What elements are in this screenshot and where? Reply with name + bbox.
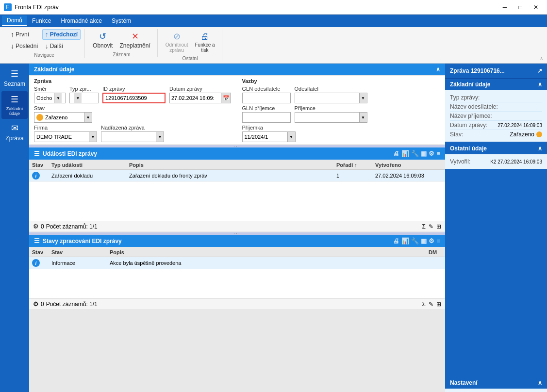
nadrazena-dropdown-btn[interactable]: ▼ <box>156 132 164 142</box>
right-nastaveni-header[interactable]: Nastavení ∧ <box>445 377 547 389</box>
odesilatel-select-wrapper[interactable]: ▼ <box>295 93 367 103</box>
prev-icon: ↑ <box>45 31 49 38</box>
right-zakladni-chevron[interactable]: ∧ <box>538 81 542 88</box>
columns-stavy-icon[interactable]: ▥ <box>421 237 427 245</box>
stav-dropdown-btn[interactable]: ▼ <box>84 113 92 122</box>
edit-stavy-icon[interactable]: ✎ <box>429 301 433 308</box>
export-stavy-icon[interactable]: ⊞ <box>436 301 441 308</box>
datum-zpravy-input-wrapper[interactable]: 📅 <box>169 93 231 103</box>
col-vytvoreno[interactable]: Vytvořeno <box>372 161 445 170</box>
typ-zpr-dropdown-btn[interactable]: ▼ <box>74 93 82 103</box>
settings-stavy-icon[interactable]: ⚙ <box>429 237 434 245</box>
odesilatel-dropdown-btn[interactable]: ▼ <box>359 93 367 103</box>
gln-prijemce-input[interactable] <box>242 112 291 123</box>
typ-zpr-group: Typ zpr... ▼ <box>69 86 99 103</box>
print-udalosti-icon[interactable]: 🖨 <box>393 150 399 157</box>
firma-select-wrapper[interactable]: DEMO TRADE ▼ <box>34 131 97 142</box>
stavy-icon: ☰ <box>34 237 40 245</box>
zakladni-udaje-form: Zpráva Směr Odcho ▼ Typ zpr... <box>29 76 445 144</box>
columns-udalosti-icon[interactable]: ▥ <box>421 150 427 157</box>
right-ostatni-body: Vytvořil: K2 27.02.2024 16:09:03 <box>445 154 547 169</box>
row-stav-s: i <box>29 257 49 269</box>
right-zakladni-header[interactable]: Základní údaje ∧ <box>445 79 547 90</box>
col-poradi[interactable]: Pořadí ↑ <box>333 161 372 170</box>
edit-icon[interactable]: ✎ <box>429 223 433 230</box>
sidebar-item-zprava[interactable]: ✉ Zpráva <box>1 120 28 145</box>
menu-udalosti-icon[interactable]: ≡ <box>436 150 440 157</box>
smer-label: Směr <box>34 86 66 92</box>
filter-icon: ⚙ <box>33 223 39 230</box>
row-dm <box>426 257 445 269</box>
stav-select-wrapper[interactable]: Zařazeno ▼ <box>34 112 92 123</box>
sum-icon[interactable]: Σ <box>422 223 426 230</box>
col-popis[interactable]: Popis <box>126 161 333 170</box>
right-field-vytvoril: Vytvořil: K2 27.02.2024 16:09:03 <box>450 157 542 166</box>
collapse-zakladni-icon[interactable]: ∧ <box>436 66 440 73</box>
typ-zpr-select-wrapper[interactable]: ▼ <box>69 93 99 103</box>
tools-udalosti-icon[interactable]: 🔧 <box>411 150 419 157</box>
right-field-datum-zpravy: Datum zprávy: 27.02.2024 16:09:03 <box>450 121 542 130</box>
right-field-nazev-prijemce: Název příjemce: <box>450 112 542 121</box>
right-ostatni-header[interactable]: Ostatní údaje ∧ <box>445 143 547 154</box>
table-row[interactable]: i Zařazení dokladu Zařazení dokladu do f… <box>29 170 445 182</box>
invalidate-button[interactable]: ✕ Zneplatnění <box>116 29 153 51</box>
last-button[interactable]: ↓ Poslední <box>8 41 41 51</box>
col-popis-s[interactable]: Popis <box>107 248 426 257</box>
empty-space-stavy <box>29 269 445 298</box>
table-row[interactable]: i Informace Akce byla úspěšně provedena <box>29 257 445 269</box>
prijemka-dropdown-btn[interactable]: ▼ <box>287 132 295 142</box>
menu-system[interactable]: Systém <box>107 16 136 26</box>
col-typ-udalosti[interactable]: Typ události <box>49 161 126 170</box>
col-stav-s1[interactable]: Stav <box>29 248 49 257</box>
prijemka-select-wrapper[interactable]: 11/2024/1 ▼ <box>242 131 296 142</box>
col-stav[interactable]: Stav <box>29 161 49 170</box>
zprava-label: Zpráva <box>34 78 232 84</box>
ribbon-collapse-btn[interactable]: ∧ <box>540 56 543 61</box>
prev-button[interactable]: ↑ Předchozí <box>42 29 81 40</box>
prijemka-label: Příjemka <box>242 125 296 131</box>
col-dm[interactable]: DM <box>426 248 445 257</box>
odesilatel-label: Odesílatel <box>295 86 367 92</box>
next-button[interactable]: ↓ Další <box>42 41 81 51</box>
maximize-button[interactable]: □ <box>513 2 528 12</box>
close-button[interactable]: ✕ <box>529 2 543 12</box>
external-link-icon[interactable]: ↗ <box>537 67 542 74</box>
reject-button[interactable]: ⊘ Odmítnoutzprávu <box>163 29 191 55</box>
datum-zpravy-input[interactable] <box>170 95 221 101</box>
gln-odeslatele-input[interactable] <box>242 93 291 103</box>
chart-stavy-icon[interactable]: 📊 <box>401 237 409 245</box>
menu-hromadne-akce[interactable]: Hromadné akce <box>56 16 107 26</box>
right-nastaveni-chevron[interactable]: ∧ <box>538 379 542 386</box>
refresh-button[interactable]: ↺ Obnovit <box>90 29 116 51</box>
print-button[interactable]: 🖨 Funkce atisk <box>192 30 218 55</box>
print-icon: 🖨 <box>200 32 209 42</box>
prijemka-group: Příjemka 11/2024/1 ▼ <box>242 125 296 142</box>
udalosti-table: Stav Typ události Popis Pořadí ↑ Vytvoře… <box>29 161 445 182</box>
sidebar-item-zakladni-udaje[interactable]: ☰ Základníúdaje <box>1 91 28 119</box>
menu-funkce[interactable]: Funkce <box>27 16 56 26</box>
export-icon[interactable]: ⊞ <box>436 223 441 230</box>
right-ostatni-chevron[interactable]: ∧ <box>538 145 542 152</box>
zprava-col: Zpráva Směr Odcho ▼ Typ zpr... <box>34 78 232 142</box>
sidebar-item-seznam[interactable]: ☰ Seznam <box>1 65 28 90</box>
settings-udalosti-icon[interactable]: ⚙ <box>429 150 434 157</box>
sum-stavy-icon[interactable]: Σ <box>422 301 426 308</box>
chart-udalosti-icon[interactable]: 📊 <box>401 150 409 157</box>
id-zpravy-input[interactable] <box>102 93 166 103</box>
prijemce-select-wrapper[interactable]: ▼ <box>295 112 367 123</box>
smer-select-wrapper[interactable]: Odcho ▼ <box>34 93 66 103</box>
menu-domu[interactable]: Domů <box>2 16 27 26</box>
right-nastaveni-body: Pouze nezpracované zprávy <box>445 389 547 392</box>
firma-dropdown-btn[interactable]: ▼ <box>89 132 97 142</box>
tools-stavy-icon[interactable]: 🔧 <box>411 237 419 245</box>
smer-dropdown-btn[interactable]: ▼ <box>54 93 62 103</box>
prijemce-dropdown-btn[interactable]: ▼ <box>359 113 367 122</box>
calendar-icon[interactable]: 📅 <box>221 93 231 103</box>
minimize-button[interactable]: ─ <box>497 2 512 12</box>
odesilatel-group: Odesílatel ▼ <box>295 86 367 103</box>
menu-stavy-icon[interactable]: ≡ <box>436 237 440 245</box>
first-button[interactable]: ↑ První <box>8 29 41 40</box>
nadrazena-select-wrapper[interactable]: ▼ <box>101 131 164 142</box>
col-stav-s2[interactable]: Stav <box>49 248 107 257</box>
print-stavy-icon[interactable]: 🖨 <box>393 237 399 245</box>
